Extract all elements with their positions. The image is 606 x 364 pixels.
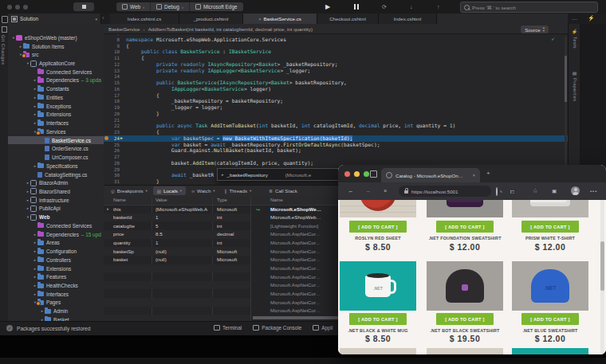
browser-menu-icon[interactable]: ••• <box>590 187 597 195</box>
breakpoint-indicator[interactable] <box>104 136 108 140</box>
tree-item-basket[interactable]: ▸Basket <box>8 315 104 321</box>
expander-icon[interactable]: ▸ <box>107 206 109 211</box>
dock-tab-properties[interactable]: ▤Properties <box>569 70 580 102</box>
tree-item-constants[interactable]: ▸Constants <box>8 84 104 93</box>
status-panel-package-console[interactable]: Package Console <box>253 325 301 331</box>
debug-tab-watch[interactable]: ∞Watch▾ <box>187 186 219 195</box>
editor-tab-Index.cshtml.cs[interactable]: Index.cshtml.cs <box>110 14 179 24</box>
locals-row-this[interactable]: ▸this{Microsoft.eShopWeb.AMicrosoft <box>104 205 250 213</box>
tree-item-publicapi[interactable]: ▸PublicApi <box>8 205 104 213</box>
stop-loading-icon[interactable]: × <box>384 187 387 195</box>
editor-tab-_product.cshtml[interactable]: _product.cshtml <box>179 14 243 24</box>
product-image-partial-2[interactable] <box>512 348 588 354</box>
editor-scrollbar[interactable] <box>565 37 567 180</box>
tree-item-healthchecks[interactable]: ▸HealthChecks <box>8 281 104 290</box>
collections-icon[interactable]: ▣ <box>552 187 557 195</box>
browser-minimize-icon[interactable] <box>354 171 360 177</box>
product-image-roslyn-red-sheet[interactable] <box>340 200 416 217</box>
add-to-cart-button-prism-white-t-shirt[interactable]: [ ADD TO CART ] <box>521 221 579 233</box>
pause-button[interactable] <box>354 4 359 10</box>
global-search-input[interactable]: Press '⌘.' to search <box>460 2 598 13</box>
url-text[interactable]: https://localhost:5001 <box>411 189 458 194</box>
forward-icon[interactable]: → <box>365 187 372 195</box>
product-image--net-black-white-mug[interactable]: .NET <box>340 261 416 311</box>
tree-item-interfaces[interactable]: ▸Interfaces <box>8 290 104 299</box>
tree-item-configuration[interactable]: ▸Configuration <box>8 247 104 256</box>
locals-row-price[interactable]: price8.5decimal <box>104 230 250 239</box>
tree-item-catalogsettings-cs[interactable]: CatalogSettings.cs <box>8 170 104 179</box>
window-close-icon[interactable] <box>7 5 12 10</box>
debug-tab-call-stack[interactable]: ≣Call Stack <box>265 186 301 195</box>
locals-row-quantity[interactable]: quantity1int <box>104 239 250 248</box>
run-config-debug[interactable]: Debug› <box>151 2 190 11</box>
product-image-partial-1[interactable] <box>427 348 503 354</box>
add-to-cart-button--net-bot-black-sweatshirt[interactable]: [ ADD TO CART ] <box>436 313 494 325</box>
tree-item-extensions[interactable]: ▸Extensions <box>8 264 104 273</box>
tree-item-applicationcore[interactable]: ▾ApplicationCore <box>8 59 104 68</box>
page-search-icon[interactable] <box>496 187 498 196</box>
locals-row-basket[interactable]: basket(null)Microsoft <box>104 256 250 264</box>
product-image--net-foundation-sweatshirt[interactable] <box>427 200 503 217</box>
tree-item-src[interactable]: ▾src <box>8 50 104 59</box>
breadcrumb-member[interactable]: AddItemToBasket(int basketId, int catalo… <box>148 26 313 32</box>
run-config-microsoft-edge[interactable]: Microsoft Edge <box>190 2 243 11</box>
tab-scroll-left-icon[interactable]: ‹ <box>102 15 104 21</box>
add-to-cart-button--net-foundation-sweatshirt[interactable]: [ ADD TO CART ] <box>436 221 494 233</box>
editor-tab-BasketService.cs[interactable]: ×BasketService.cs <box>243 14 317 24</box>
close-tab-icon[interactable]: × <box>473 173 475 178</box>
breadcrumb-class[interactable]: BasketService <box>108 26 140 32</box>
locals-row-basketId[interactable]: basketId1int <box>104 213 250 222</box>
add-to-cart-button--net-black-white-mug[interactable]: [ ADD TO CART ] <box>349 313 407 325</box>
tree-item-pages[interactable]: ▾Pages <box>8 299 104 307</box>
tree-item-uricomposer-cs[interactable]: UriComposer.cs <box>8 153 104 162</box>
continue-button[interactable]: ▶ <box>325 2 330 11</box>
product-image--net-bot-black-sweatshirt[interactable] <box>427 261 503 311</box>
back-icon[interactable]: ← <box>348 187 354 195</box>
tab-overflow-icon[interactable]: … <box>572 15 578 21</box>
product-image-partial-0[interactable] <box>340 348 416 354</box>
tree-item-blazorshared[interactable]: ▸BlazorShared <box>8 187 104 196</box>
tree-item-connected-services[interactable]: Connected Services <box>8 68 104 76</box>
status-panel-appli[interactable]: Appli <box>313 325 333 331</box>
locals-row-catalogIte[interactable]: catalogIte5int <box>104 221 250 230</box>
tree-item-specifications[interactable]: ▸Specifications <box>8 162 104 170</box>
browser-window[interactable]: Catalog - Microsoft.eShopOn… × + ← → × h… <box>338 165 606 354</box>
close-tab-icon[interactable]: × <box>258 17 261 22</box>
tree-item-exceptions[interactable]: ▸Exceptions <box>8 102 104 111</box>
source-view-dropdown[interactable]: Source ▴▾ <box>521 25 549 33</box>
tree-item-eshoponweb-master-[interactable]: ▾eShopOnWeb (master) <box>8 33 104 42</box>
debug-tab-locals[interactable]: ▤Locals▾ <box>153 186 186 195</box>
run-config-web[interactable]: Web› <box>116 2 151 11</box>
product-image--net-blue-sweatshirt[interactable]: .NET <box>512 261 588 311</box>
split-screen-icon[interactable]: ⧠ <box>510 188 514 196</box>
window-minimize-icon[interactable] <box>15 5 20 10</box>
tab-switcher-icon[interactable] <box>370 170 377 178</box>
tree-item-orderservice-cs[interactable]: OrderService.cs <box>8 144 104 153</box>
page-scrollbar[interactable] <box>600 200 604 354</box>
status-panel-terminal[interactable]: Terminal <box>214 325 242 331</box>
browser-active-tab[interactable]: Catalog - Microsoft.eShopOn… × <box>381 168 480 182</box>
tree-item-solution-items[interactable]: ▸Solution Items <box>8 42 104 51</box>
solution-pad-header[interactable]: Solution ▾ <box>8 14 101 24</box>
breadcrumb[interactable]: BasketService › AddItemToBasket(int bask… <box>104 24 568 34</box>
editor-tab-Checkout.cshtml[interactable]: Checkout.cshtml <box>317 14 379 24</box>
tree-item-dependencies[interactable]: ▸Dependencies– 15 upd <box>8 230 104 239</box>
code-editor[interactable]: BasketService › AddItemToBasket(int bask… <box>104 24 568 185</box>
tree-item-connected-services[interactable]: Connected Services <box>8 221 104 230</box>
add-to-cart-button-roslyn-red-sheet[interactable]: [ ADD TO CART ] <box>349 221 407 233</box>
add-to-cart-button--net-blue-sweatshirt[interactable]: [ ADD TO CART ] <box>521 313 579 325</box>
tree-item-web[interactable]: ▾Web <box>8 213 104 221</box>
browser-zoom-icon[interactable] <box>364 171 369 177</box>
tree-item-blazoradmin[interactable]: ▸BlazorAdmin <box>8 178 104 187</box>
tree-item-controllers[interactable]: ▸Controllers <box>8 256 104 264</box>
tree-item-dependencies[interactable]: ▸Dependencies– 3 upda <box>8 76 104 85</box>
step-over-button[interactable]: ⟳ <box>382 2 387 11</box>
profile-avatar[interactable] <box>571 186 580 195</box>
product-image-prism-white-t-shirt[interactable] <box>512 200 588 217</box>
address-bar[interactable]: https://localhost:5001 <box>399 186 491 197</box>
locals-row-basketSp[interactable]: basketSp(null)Microsoft <box>104 247 250 256</box>
editor-tab-Index.cshtml[interactable]: Index.cshtml <box>379 14 437 24</box>
window-zoom-icon[interactable] <box>23 5 28 10</box>
code-area[interactable]: 78namespace Microsoft.eShopWeb.Applicati… <box>104 34 568 185</box>
flash-icon[interactable]: ⚡ <box>588 15 595 22</box>
